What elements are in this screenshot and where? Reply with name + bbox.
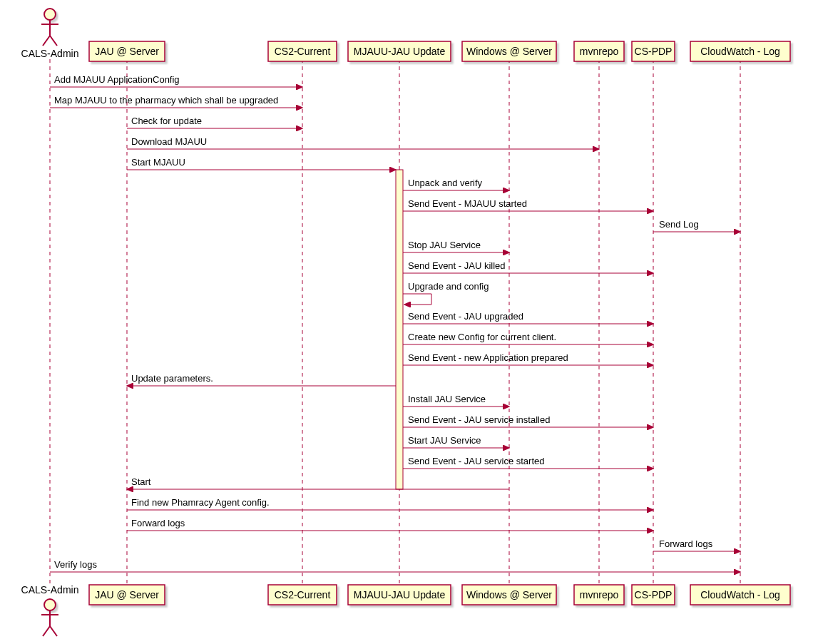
participant-cloudwatch-top: CloudWatch - Log	[690, 41, 790, 61]
msg-event-mjauu-started: Send Event - MJAUU started	[408, 198, 527, 209]
participant-windows-server-bottom: Windows @ Server	[462, 585, 556, 605]
participant-label: CS2-Current	[275, 589, 331, 600]
msg-add-mjauu-appconfig: Add MJAUU ApplicationConfig	[54, 74, 180, 85]
participant-cs2-current-top: CS2-Current	[268, 41, 337, 61]
svg-line-47	[50, 626, 57, 636]
msg-map-mjauu-pharmacy: Map MJAUU to the pharmacy which shall be…	[54, 95, 278, 106]
msg-download-mjauu: Download MJAUU	[131, 136, 207, 147]
msg-create-new-config: Create new Config for current client.	[408, 332, 556, 342]
svg-point-8	[44, 9, 56, 20]
msg-verify-logs: Verify logs	[54, 559, 97, 570]
msg-stop-jau-service: Stop JAU Service	[408, 240, 481, 250]
msg-update-parameters: Update parameters.	[131, 373, 213, 384]
participant-label: mvnrepo	[580, 46, 619, 57]
msg-check-update: Check for update	[131, 116, 202, 126]
participant-label: CS2-Current	[275, 46, 331, 57]
participant-mvnrepo-top: mvnrepo	[574, 41, 624, 61]
msg-start-mjauu: Start MJAUU	[131, 157, 185, 168]
msg-event-jau-started: Send Event - JAU service started	[408, 456, 544, 466]
activation-bar	[396, 170, 403, 489]
svg-line-46	[43, 626, 50, 636]
msg-event-app-prepared: Send Event - new Application prepared	[408, 352, 568, 363]
participant-jau-server-bottom: JAU @ Server	[89, 585, 165, 605]
msg-event-jau-killed: Send Event - JAU killed	[408, 260, 506, 271]
participant-cs2-current-bottom: CS2-Current	[268, 585, 337, 605]
msg-forward-logs-2: Forward logs	[659, 538, 713, 549]
participant-label: mvnrepo	[580, 589, 619, 600]
actor-label: CALS-Admin	[21, 48, 79, 59]
participant-label: Windows @ Server	[466, 46, 552, 57]
participant-cloudwatch-bottom: CloudWatch - Log	[690, 585, 790, 605]
participant-cs-pdp-top: CS-PDP	[632, 41, 675, 61]
svg-line-12	[50, 36, 57, 46]
msg-unpack-verify: Unpack and verify	[408, 178, 483, 188]
participant-windows-server-top: Windows @ Server	[462, 41, 556, 61]
msg-find-pharmacy-agent: Find new Phamracy Agent config.	[131, 497, 270, 508]
participant-cs-pdp-bottom: CS-PDP	[632, 585, 675, 605]
participant-label: JAU @ Server	[95, 589, 159, 600]
msg-forward-logs-1: Forward logs	[131, 518, 185, 528]
msg-start: Start	[131, 476, 151, 487]
msg-start-jau-service: Start JAU Service	[408, 435, 481, 446]
participant-mjauu-update-bottom: MJAUU-JAU Update	[348, 585, 451, 605]
participant-label: JAU @ Server	[95, 46, 159, 57]
actor-cals-admin-top: CALS-Admin	[21, 9, 79, 59]
actor-cals-admin-bottom: CALS-Admin	[21, 584, 79, 636]
participant-label: MJAUU-JAU Update	[354, 589, 446, 600]
participant-mvnrepo-bottom: mvnrepo	[574, 585, 624, 605]
participant-label: MJAUU-JAU Update	[354, 46, 446, 57]
participant-jau-server-top: JAU @ Server	[89, 41, 165, 61]
msg-upgrade-config: Upgrade and config	[408, 281, 489, 292]
msg-event-jau-upgraded: Send Event - JAU upgraded	[408, 311, 523, 322]
msg-event-jau-installed: Send Event - JAU service installed	[408, 414, 550, 425]
participant-label: CS-PDP	[635, 46, 673, 57]
participant-mjauu-update-top: MJAUU-JAU Update	[348, 41, 451, 61]
msg-send-log: Send Log	[659, 219, 699, 230]
participant-label: CS-PDP	[635, 589, 673, 600]
svg-line-11	[43, 36, 50, 46]
participant-label: CloudWatch - Log	[700, 46, 780, 57]
actor-label: CALS-Admin	[21, 584, 79, 596]
participant-label: Windows @ Server	[466, 589, 552, 600]
participant-label: CloudWatch - Log	[700, 589, 780, 600]
sequence-diagram: CALS-Admin JAU @ Server CS2-Current MJAU…	[0, 0, 813, 644]
svg-point-43	[44, 599, 56, 610]
msg-install-jau-service: Install JAU Service	[408, 394, 486, 404]
